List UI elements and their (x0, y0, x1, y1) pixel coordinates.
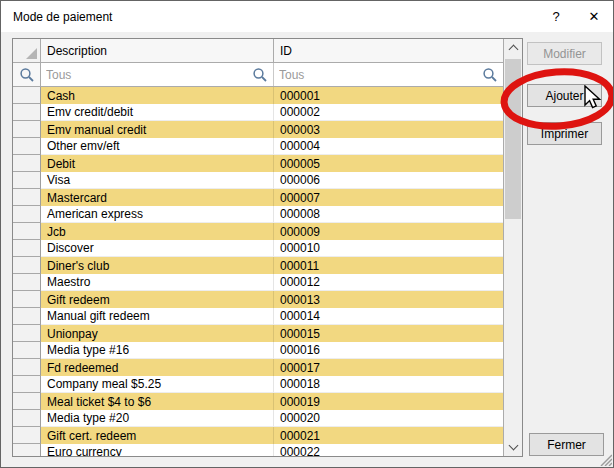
filter-indicator-cell (13, 63, 41, 86)
row-indicator-cell[interactable] (13, 308, 41, 325)
row-indicator-cell[interactable] (13, 444, 41, 456)
row-indicator-cell[interactable] (13, 342, 41, 359)
row-id-cell: 000020 (274, 410, 503, 427)
scrollbar-thumb[interactable] (505, 59, 521, 219)
table-row[interactable]: Maestro 000012 (13, 274, 503, 291)
table-row[interactable]: Cash 000001 (13, 87, 503, 104)
table-row[interactable]: Manual gift redeem 000014 (13, 308, 503, 325)
scroll-up-button[interactable] (504, 39, 522, 56)
table-row[interactable]: Euro currency 000022 (13, 444, 503, 456)
table-row[interactable]: Diner's club 000011 (13, 257, 503, 274)
row-indicator-cell[interactable] (13, 223, 41, 240)
row-indicator-cell[interactable] (13, 410, 41, 427)
table-row[interactable]: Visa 000006 (13, 172, 503, 189)
row-description-cell: Jcb (41, 223, 274, 240)
row-description-cell: Media type #16 (41, 342, 274, 359)
imprimer-button[interactable]: Imprimer (527, 122, 602, 145)
row-indicator-cell[interactable] (13, 155, 41, 172)
table-row[interactable]: Fd redeemed 000017 (13, 359, 503, 376)
row-id-cell: 000019 (274, 393, 503, 410)
table-row[interactable]: Debit 000005 (13, 155, 503, 172)
table-row[interactable]: American express 000008 (13, 206, 503, 223)
table-row[interactable]: Emv manual credit 000003 (13, 121, 503, 138)
row-indicator-cell[interactable] (13, 189, 41, 206)
table-row[interactable]: Emv credit/debit 000002 (13, 104, 503, 121)
row-id-cell: 000018 (274, 376, 503, 393)
row-indicator-cell[interactable] (13, 87, 41, 104)
ajouter-button[interactable]: Ajouter (527, 84, 602, 107)
search-icon[interactable] (482, 67, 498, 83)
row-id-cell: 000016 (274, 342, 503, 359)
row-indicator-cell[interactable] (13, 138, 41, 155)
table-filter-row (13, 63, 503, 87)
fermer-button[interactable]: Fermer (529, 433, 604, 456)
column-header-description[interactable]: Description (41, 39, 274, 62)
table-header-row: Description ID (13, 39, 503, 63)
row-id-cell: 000012 (274, 274, 503, 291)
row-indicator-cell[interactable] (13, 206, 41, 223)
table-row[interactable]: Discover 000010 (13, 240, 503, 257)
row-id-cell: 000008 (274, 206, 503, 223)
modifier-button[interactable]: Modifier (527, 42, 602, 65)
chevron-up-icon (508, 45, 518, 55)
row-description-cell: Mastercard (41, 189, 274, 206)
table-row[interactable]: Media type #20 000020 (13, 410, 503, 427)
row-indicator-cell[interactable] (13, 427, 41, 444)
scroll-down-button[interactable] (504, 439, 522, 456)
row-indicator-cell[interactable] (13, 325, 41, 342)
row-id-cell: 000006 (274, 172, 503, 189)
row-id-cell: 000022 (274, 444, 503, 456)
row-indicator-cell[interactable] (13, 257, 41, 274)
id-filter-input[interactable] (279, 68, 482, 82)
payment-mode-dialog: Mode de paiement ? ✕ Description ID (0, 0, 614, 468)
column-header-id[interactable]: ID (274, 39, 503, 62)
row-indicator-cell[interactable] (13, 274, 41, 291)
row-indicator-cell[interactable] (13, 104, 41, 121)
row-id-cell: 000004 (274, 138, 503, 155)
table-row[interactable]: Gift redeem 000013 (13, 291, 503, 308)
table-row[interactable]: Other emv/eft 000004 (13, 138, 503, 155)
row-id-cell: 000011 (274, 257, 503, 274)
table-row[interactable]: Jcb 000009 (13, 223, 503, 240)
help-button[interactable]: ? (537, 1, 575, 32)
resize-grip-icon[interactable] (599, 453, 612, 466)
table-row[interactable]: Mastercard 000007 (13, 189, 503, 206)
row-indicator-cell[interactable] (13, 121, 41, 138)
description-filter-input[interactable] (46, 68, 252, 82)
row-indicator-cell[interactable] (13, 393, 41, 410)
row-indicator-cell[interactable] (13, 291, 41, 308)
row-description-cell: Diner's club (41, 257, 274, 274)
row-id-cell: 000017 (274, 359, 503, 376)
row-id-cell: 000007 (274, 189, 503, 206)
table-row[interactable]: Unionpay 000015 (13, 325, 503, 342)
row-description-cell: Debit (41, 155, 274, 172)
row-indicator-cell[interactable] (13, 172, 41, 189)
row-id-cell: 000005 (274, 155, 503, 172)
select-all-corner-icon (26, 48, 37, 59)
vertical-scrollbar[interactable] (503, 39, 522, 456)
row-id-cell: 000001 (274, 87, 503, 104)
row-description-cell: Fd redeemed (41, 359, 274, 376)
payment-methods-table: Description ID (12, 38, 523, 457)
row-id-cell: 000002 (274, 104, 503, 121)
table-row[interactable]: Gift cert. redeem 000021 (13, 427, 503, 444)
row-indicator-cell[interactable] (13, 376, 41, 393)
row-description-cell: Manual gift redeem (41, 308, 274, 325)
select-all-header-cell[interactable] (13, 39, 41, 62)
table-row[interactable]: Media type #16 000016 (13, 342, 503, 359)
row-description-cell: Cash (41, 87, 274, 104)
table-row[interactable]: Meal ticket $4 to $6 000019 (13, 393, 503, 410)
row-description-cell: Discover (41, 240, 274, 257)
row-indicator-cell[interactable] (13, 359, 41, 376)
row-indicator-cell[interactable] (13, 240, 41, 257)
close-button[interactable]: ✕ (575, 1, 613, 32)
row-description-cell: Company meal $5.25 (41, 376, 274, 393)
search-icon[interactable] (252, 67, 268, 83)
row-id-cell: 000015 (274, 325, 503, 342)
row-description-cell: Euro currency (41, 444, 274, 456)
row-description-cell: Maestro (41, 274, 274, 291)
row-id-cell: 000003 (274, 121, 503, 138)
row-description-cell: Gift redeem (41, 291, 274, 308)
table-row[interactable]: Company meal $5.25 000018 (13, 376, 503, 393)
row-description-cell: Visa (41, 172, 274, 189)
